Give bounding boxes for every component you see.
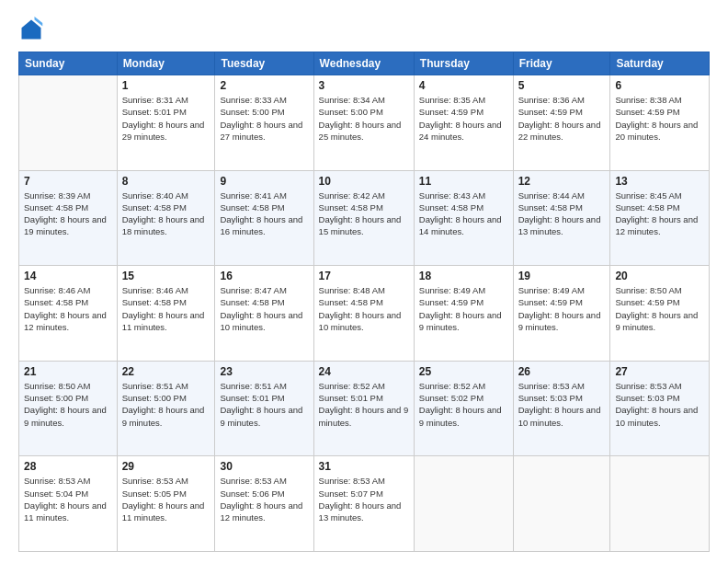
day-number: 17 [319, 270, 409, 282]
day-info: Sunrise: 8:42 AMSunset: 4:58 PMDaylight:… [319, 190, 409, 238]
calendar-cell: 2Sunrise: 8:33 AMSunset: 5:00 PMDaylight… [215, 75, 313, 171]
day-number: 3 [319, 79, 409, 92]
day-number: 25 [419, 365, 508, 378]
svg-marker-0 [22, 20, 41, 40]
calendar-cell: 6Sunrise: 8:38 AMSunset: 4:59 PMDaylight… [610, 75, 710, 171]
day-info: Sunrise: 8:53 AMSunset: 5:06 PMDaylight:… [220, 475, 308, 523]
calendar-cell: 1Sunrise: 8:31 AMSunset: 5:01 PMDaylight… [117, 75, 215, 171]
day-info: Sunrise: 8:53 AMSunset: 5:03 PMDaylight:… [615, 380, 704, 429]
day-info: Sunrise: 8:48 AMSunset: 4:58 PMDaylight:… [319, 284, 409, 333]
day-number: 15 [122, 270, 210, 282]
day-number: 6 [615, 79, 704, 92]
calendar-cell: 9Sunrise: 8:41 AMSunset: 4:58 PMDaylight… [215, 170, 313, 266]
day-info: Sunrise: 8:34 AMSunset: 5:00 PMDaylight:… [319, 94, 409, 143]
day-number: 28 [24, 460, 112, 473]
weekday-header: Sunday [19, 52, 118, 75]
calendar-cell: 21Sunrise: 8:50 AMSunset: 5:00 PMDayligh… [19, 361, 118, 456]
day-info: Sunrise: 8:35 AMSunset: 4:59 PMDaylight:… [419, 94, 508, 143]
day-number: 10 [319, 175, 409, 188]
day-info: Sunrise: 8:50 AMSunset: 4:59 PMDaylight:… [615, 284, 704, 333]
day-number: 20 [615, 270, 704, 282]
day-info: Sunrise: 8:38 AMSunset: 4:59 PMDaylight:… [615, 94, 704, 143]
calendar-cell: 17Sunrise: 8:48 AMSunset: 4:58 PMDayligh… [313, 266, 414, 362]
calendar-cell: 19Sunrise: 8:49 AMSunset: 4:59 PMDayligh… [513, 266, 610, 362]
day-number: 2 [220, 79, 308, 92]
calendar-cell: 26Sunrise: 8:53 AMSunset: 5:03 PMDayligh… [513, 361, 610, 456]
day-info: Sunrise: 8:52 AMSunset: 5:01 PMDaylight:… [319, 380, 409, 429]
calendar-cell: 12Sunrise: 8:44 AMSunset: 4:58 PMDayligh… [513, 170, 610, 266]
calendar-cell: 3Sunrise: 8:34 AMSunset: 5:00 PMDaylight… [313, 75, 414, 171]
day-info: Sunrise: 8:52 AMSunset: 5:02 PMDaylight:… [419, 380, 508, 429]
calendar-cell: 20Sunrise: 8:50 AMSunset: 4:59 PMDayligh… [610, 266, 710, 362]
calendar-cell: 22Sunrise: 8:51 AMSunset: 5:00 PMDayligh… [117, 361, 215, 456]
day-info: Sunrise: 8:33 AMSunset: 5:00 PMDaylight:… [220, 94, 308, 143]
day-info: Sunrise: 8:50 AMSunset: 5:00 PMDaylight:… [24, 380, 112, 429]
calendar-cell: 18Sunrise: 8:49 AMSunset: 4:59 PMDayligh… [414, 266, 513, 362]
calendar-cell: 25Sunrise: 8:52 AMSunset: 5:02 PMDayligh… [414, 361, 513, 456]
calendar-cell: 16Sunrise: 8:47 AMSunset: 4:58 PMDayligh… [215, 266, 313, 362]
weekday-header: Monday [117, 52, 215, 75]
day-number: 9 [220, 175, 308, 188]
calendar-cell [414, 456, 513, 552]
day-info: Sunrise: 8:49 AMSunset: 4:59 PMDaylight:… [518, 284, 606, 333]
day-info: Sunrise: 8:51 AMSunset: 5:00 PMDaylight:… [122, 380, 210, 429]
calendar-cell [513, 456, 610, 552]
day-number: 18 [419, 270, 508, 282]
day-info: Sunrise: 8:41 AMSunset: 4:58 PMDaylight:… [220, 190, 308, 238]
day-number: 24 [319, 365, 409, 378]
day-info: Sunrise: 8:49 AMSunset: 4:59 PMDaylight:… [419, 284, 508, 333]
day-number: 13 [615, 175, 704, 188]
calendar-cell: 5Sunrise: 8:36 AMSunset: 4:59 PMDaylight… [513, 75, 610, 171]
day-number: 30 [220, 460, 308, 473]
day-number: 8 [122, 175, 210, 188]
day-info: Sunrise: 8:46 AMSunset: 4:58 PMDaylight:… [122, 284, 210, 333]
day-info: Sunrise: 8:53 AMSunset: 5:07 PMDaylight:… [319, 475, 409, 523]
day-number: 14 [24, 270, 112, 282]
calendar-cell: 7Sunrise: 8:39 AMSunset: 4:58 PMDaylight… [19, 170, 118, 266]
calendar-cell: 11Sunrise: 8:43 AMSunset: 4:58 PMDayligh… [414, 170, 513, 266]
day-info: Sunrise: 8:45 AMSunset: 4:58 PMDaylight:… [615, 190, 704, 238]
calendar-cell: 24Sunrise: 8:52 AMSunset: 5:01 PMDayligh… [313, 361, 414, 456]
day-number: 7 [24, 175, 112, 188]
calendar-cell: 28Sunrise: 8:53 AMSunset: 5:04 PMDayligh… [19, 456, 118, 552]
day-info: Sunrise: 8:31 AMSunset: 5:01 PMDaylight:… [122, 94, 210, 143]
day-info: Sunrise: 8:47 AMSunset: 4:58 PMDaylight:… [220, 284, 308, 333]
calendar-cell: 29Sunrise: 8:53 AMSunset: 5:05 PMDayligh… [117, 456, 215, 552]
day-number: 29 [122, 460, 210, 473]
calendar-cell: 15Sunrise: 8:46 AMSunset: 4:58 PMDayligh… [117, 266, 215, 362]
day-info: Sunrise: 8:53 AMSunset: 5:05 PMDaylight:… [122, 475, 210, 523]
calendar-cell: 13Sunrise: 8:45 AMSunset: 4:58 PMDayligh… [610, 170, 710, 266]
day-number: 23 [220, 365, 308, 378]
calendar-cell: 8Sunrise: 8:40 AMSunset: 4:58 PMDaylight… [117, 170, 215, 266]
day-info: Sunrise: 8:40 AMSunset: 4:58 PMDaylight:… [122, 190, 210, 238]
calendar-cell [610, 456, 710, 552]
day-number: 22 [122, 365, 210, 378]
day-number: 19 [518, 270, 606, 282]
weekday-header: Wednesday [313, 52, 414, 75]
day-number: 26 [518, 365, 606, 378]
day-info: Sunrise: 8:44 AMSunset: 4:58 PMDaylight:… [518, 190, 606, 238]
weekday-header: Thursday [414, 52, 513, 75]
calendar-cell [19, 75, 118, 171]
day-number: 27 [615, 365, 704, 378]
day-info: Sunrise: 8:51 AMSunset: 5:01 PMDaylight:… [220, 380, 308, 429]
day-number: 5 [518, 79, 606, 92]
logo [18, 17, 48, 42]
day-number: 11 [419, 175, 508, 188]
day-info: Sunrise: 8:36 AMSunset: 4:59 PMDaylight:… [518, 94, 606, 143]
calendar-cell: 14Sunrise: 8:46 AMSunset: 4:58 PMDayligh… [19, 266, 118, 362]
day-number: 12 [518, 175, 606, 188]
weekday-header: Saturday [610, 52, 710, 75]
calendar-cell: 31Sunrise: 8:53 AMSunset: 5:07 PMDayligh… [313, 456, 414, 552]
calendar-cell: 10Sunrise: 8:42 AMSunset: 4:58 PMDayligh… [313, 170, 414, 266]
day-info: Sunrise: 8:43 AMSunset: 4:58 PMDaylight:… [419, 190, 508, 238]
calendar-cell: 27Sunrise: 8:53 AMSunset: 5:03 PMDayligh… [610, 361, 710, 456]
day-info: Sunrise: 8:46 AMSunset: 4:58 PMDaylight:… [24, 284, 112, 333]
calendar-cell: 30Sunrise: 8:53 AMSunset: 5:06 PMDayligh… [215, 456, 313, 552]
weekday-header: Tuesday [215, 52, 313, 75]
page: SundayMondayTuesdayWednesdayThursdayFrid… [0, 0, 728, 563]
calendar-cell: 4Sunrise: 8:35 AMSunset: 4:59 PMDaylight… [414, 75, 513, 171]
weekday-header: Friday [513, 52, 610, 75]
day-number: 16 [220, 270, 308, 282]
day-number: 31 [319, 460, 409, 473]
